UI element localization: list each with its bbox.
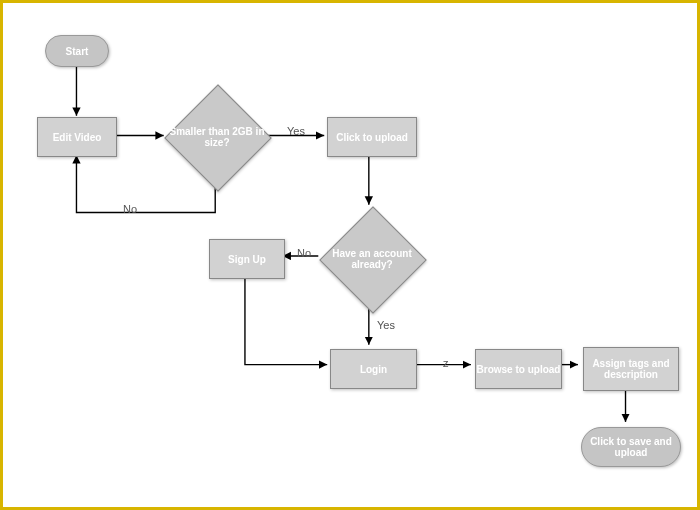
node-click-upload: Click to upload <box>327 117 417 157</box>
node-edit-video: Edit Video <box>37 117 117 157</box>
node-sign-up-label: Sign Up <box>228 254 266 265</box>
edge-login-browse: z <box>443 357 449 369</box>
node-save: Click to save and upload <box>581 427 681 467</box>
node-start-label: Start <box>66 46 89 57</box>
node-browse: Browse to upload <box>475 349 562 389</box>
node-have-account: Have an account already? <box>335 222 409 296</box>
node-edit-video-label: Edit Video <box>53 132 102 143</box>
node-browse-label: Browse to upload <box>477 364 561 375</box>
edge-size-yes: Yes <box>287 125 305 137</box>
outer-frame: Start Edit Video Smaller than 2GB in siz… <box>0 0 700 510</box>
node-click-upload-label: Click to upload <box>336 132 408 143</box>
node-start: Start <box>45 35 109 67</box>
node-size-check-label: Smaller than 2GB in size? <box>160 126 274 149</box>
node-sign-up: Sign Up <box>209 239 285 279</box>
edge-account-yes: Yes <box>377 319 395 331</box>
edge-size-no: No <box>123 203 137 215</box>
node-save-label: Click to save and upload <box>582 436 680 458</box>
node-assign-label: Assign tags and description <box>584 358 678 380</box>
flowchart-canvas: Start Edit Video Smaller than 2GB in siz… <box>17 17 683 493</box>
node-assign: Assign tags and description <box>583 347 679 391</box>
node-login: Login <box>330 349 417 389</box>
node-size-check: Smaller than 2GB in size? <box>180 100 254 174</box>
node-have-account-label: Have an account already? <box>315 248 429 271</box>
node-login-label: Login <box>360 364 387 375</box>
edge-account-no: No <box>297 247 311 259</box>
